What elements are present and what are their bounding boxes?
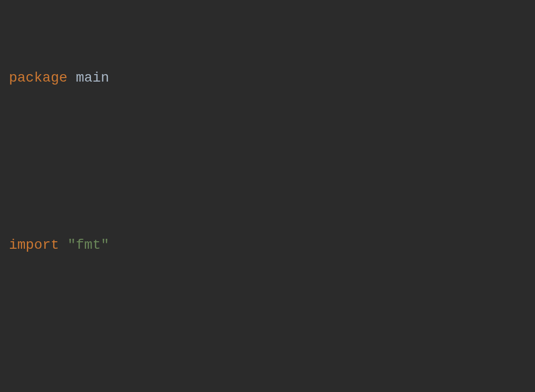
code-line[interactable]: package main <box>9 68 535 89</box>
code-line[interactable]: import "fmt" <box>9 235 535 256</box>
keyword-import: import <box>9 237 59 253</box>
import-path: "fmt" <box>68 237 109 253</box>
package-name: main <box>76 70 109 86</box>
code-editor[interactable]: package main import "fmt" func info() { … <box>0 0 535 392</box>
keyword-package: package <box>9 70 68 86</box>
blank-line[interactable] <box>9 151 535 172</box>
blank-line[interactable] <box>9 318 535 339</box>
